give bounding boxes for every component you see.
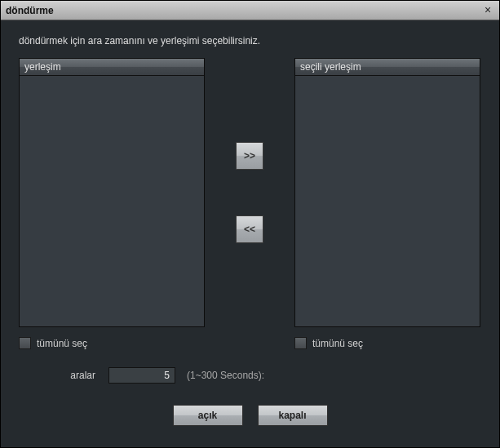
- close-icon[interactable]: ×: [481, 4, 494, 17]
- selected-list-header: seçili yerleşim: [295, 59, 480, 76]
- select-all-row: tümünü seç tümünü seç: [19, 337, 481, 349]
- left-check-area: tümünü seç: [19, 337, 205, 349]
- available-listbox[interactable]: yerleşim: [19, 58, 205, 327]
- window-title: döndürme: [6, 5, 54, 16]
- check-row-spacer: [205, 337, 294, 349]
- available-list-header: yerleşim: [20, 59, 204, 76]
- open-button[interactable]: açık: [173, 405, 243, 426]
- select-all-left-checkbox[interactable]: [19, 337, 31, 349]
- select-all-left-label: tümünü seç: [37, 338, 87, 349]
- interval-hint: (1~300 Seconds):: [187, 370, 264, 381]
- select-all-right-label: tümünü seç: [312, 338, 363, 349]
- interval-row: aralar (1~300 Seconds):: [19, 367, 481, 384]
- selected-list-column: seçili yerleşim: [294, 58, 480, 327]
- right-check-area: tümünü seç: [294, 337, 363, 349]
- selected-listbox[interactable]: seçili yerleşim: [294, 58, 480, 327]
- dialog-window: döndürme × döndürmek için ara zamanını v…: [0, 0, 500, 448]
- select-all-left-wrap: tümünü seç: [19, 337, 205, 349]
- available-list-body[interactable]: [20, 76, 204, 326]
- add-button[interactable]: >>: [236, 142, 263, 170]
- lists-row: yerleşim >> << seçili yerleşim: [19, 58, 481, 327]
- transfer-buttons-column: >> <<: [205, 58, 294, 327]
- close-button[interactable]: kapalı: [258, 405, 328, 426]
- interval-label: aralar: [19, 370, 100, 381]
- action-button-row: açık kapalı: [19, 405, 481, 426]
- interval-input[interactable]: [108, 367, 175, 384]
- dialog-content: döndürmek için ara zamanını ve yerleşimi…: [1, 20, 499, 437]
- instruction-text: döndürmek için ara zamanını ve yerleşimi…: [19, 35, 481, 47]
- titlebar: döndürme ×: [1, 1, 499, 20]
- select-all-right-checkbox[interactable]: [294, 337, 307, 349]
- remove-button[interactable]: <<: [236, 215, 263, 243]
- available-list-column: yerleşim: [19, 58, 205, 327]
- select-all-right-wrap: tümünü seç: [294, 337, 363, 349]
- selected-list-body[interactable]: [295, 76, 480, 326]
